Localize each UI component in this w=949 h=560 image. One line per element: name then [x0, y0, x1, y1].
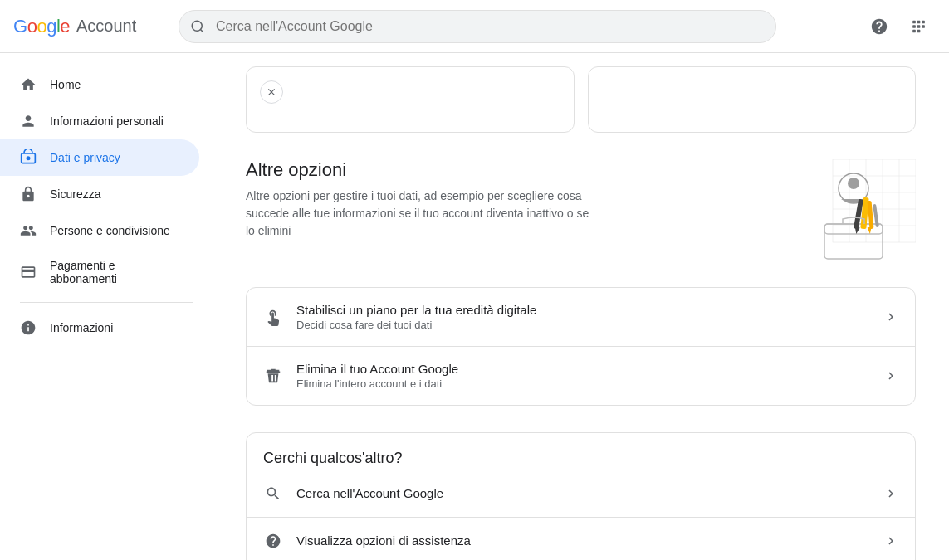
sidebar-item-home[interactable]: Home	[0, 66, 199, 103]
search-bar	[179, 10, 776, 43]
sidebar-item-info[interactable]: Informazioni	[0, 309, 199, 346]
assistenza-label: Visualizza opzioni di assistenza	[296, 533, 870, 548]
eredita-item[interactable]: Stabilisci un piano per la tua eredità d…	[247, 288, 915, 347]
payment-icon	[20, 264, 37, 280]
main-content: Altre opzioni Altre opzioni per gestire …	[213, 53, 949, 560]
people-icon	[20, 222, 37, 239]
elimina-desc: Elimina l'intero account e i dati	[296, 377, 870, 390]
layout: Home Informazioni personali Dati e priva…	[0, 53, 949, 560]
eredita-chevron	[883, 309, 898, 324]
elimina-text: Elimina il tuo Account Google Elimina l'…	[296, 362, 870, 390]
altre-opzioni-section: Altre opzioni Altre opzioni per gestire …	[246, 159, 916, 406]
top-card-2	[588, 66, 917, 133]
sidebar-divider	[20, 302, 193, 303]
delete-icon	[263, 366, 283, 386]
assistenza-item[interactable]: Visualizza opzioni di assistenza	[247, 518, 915, 560]
cerca-item[interactable]: Cerca nell'Account Google	[247, 470, 915, 518]
svg-point-3	[27, 156, 31, 160]
help-circle-icon	[263, 531, 283, 551]
person-icon	[20, 113, 37, 129]
assistenza-chevron	[883, 533, 898, 548]
section-title: Altre opzioni	[246, 159, 594, 181]
svg-rect-20	[868, 201, 874, 229]
info-icon	[20, 319, 37, 336]
cerchi-card: Cerchi qualcos'altro? Cerca nell'Account…	[246, 432, 916, 560]
top-cards	[246, 53, 916, 133]
sidebar-item-security[interactable]: Sicurezza	[0, 176, 199, 212]
section-desc: Altre opzioni per gestire i tuoi dati, a…	[246, 187, 594, 240]
illustration-svg	[783, 159, 916, 267]
header: Google Account	[0, 0, 949, 53]
svg-point-14	[848, 178, 859, 189]
elimina-item[interactable]: Elimina il tuo Account Google Elimina l'…	[247, 347, 915, 405]
apps-icon	[910, 17, 928, 36]
section-illustration	[783, 159, 916, 267]
sidebar-item-people[interactable]: Persone e condivisione	[0, 212, 199, 249]
sidebar-label-info: Informazioni	[50, 321, 113, 334]
sidebar-item-privacy[interactable]: Dati e privacy	[0, 139, 199, 176]
apps-button[interactable]	[903, 10, 936, 43]
top-card-1	[246, 66, 575, 133]
section-header: Altre opzioni Altre opzioni per gestire …	[246, 159, 916, 267]
search-help-icon	[263, 484, 283, 504]
cerca-label: Cerca nell'Account Google	[296, 486, 870, 500]
altre-opzioni-card: Stabilisci un piano per la tua eredità d…	[246, 287, 916, 406]
sidebar-label-people: Persone e condivisione	[50, 224, 170, 237]
home-icon	[20, 76, 37, 93]
cerchi-title: Cerchi qualcos'altro?	[247, 433, 915, 470]
eredita-text: Stabilisci un piano per la tua eredità d…	[296, 303, 870, 331]
sidebar-label-privacy: Dati e privacy	[50, 151, 120, 164]
svg-line-1	[200, 29, 203, 32]
svg-point-0	[192, 21, 202, 31]
sidebar-label-personal: Informazioni personali	[50, 114, 164, 128]
cerchi-section: Cerchi qualcos'altro? Cerca nell'Account…	[246, 432, 916, 560]
search-input[interactable]	[179, 10, 776, 43]
close-icon	[266, 86, 277, 98]
sidebar-label-home: Home	[50, 78, 81, 91]
search-icon	[190, 19, 205, 34]
sidebar: Home Informazioni personali Dati e priva…	[0, 53, 213, 560]
sidebar-item-payments[interactable]: Pagamenti e abbonamenti	[0, 249, 199, 295]
close-button[interactable]	[260, 80, 283, 104]
eredita-desc: Decidi cosa fare dei tuoi dati	[296, 319, 870, 331]
account-label: Account	[76, 17, 136, 36]
google-logo: Google	[13, 16, 70, 37]
header-actions	[863, 10, 936, 43]
eredita-title: Stabilisci un piano per la tua eredità d…	[296, 303, 870, 317]
logo[interactable]: Google Account	[13, 16, 159, 37]
hand-icon	[263, 307, 283, 327]
sidebar-item-personal[interactable]: Informazioni personali	[0, 103, 199, 139]
cerca-chevron	[883, 486, 898, 501]
sidebar-label-payments: Pagamenti e abbonamenti	[50, 259, 179, 285]
sidebar-label-security: Sicurezza	[50, 187, 100, 201]
privacy-icon	[20, 149, 37, 166]
lock-icon	[20, 186, 37, 202]
section-header-text: Altre opzioni Altre opzioni per gestire …	[246, 159, 594, 240]
elimina-title: Elimina il tuo Account Google	[296, 362, 870, 376]
help-button[interactable]	[863, 10, 896, 43]
elimina-chevron	[883, 368, 898, 383]
help-icon	[870, 17, 888, 36]
svg-rect-15	[824, 224, 883, 259]
